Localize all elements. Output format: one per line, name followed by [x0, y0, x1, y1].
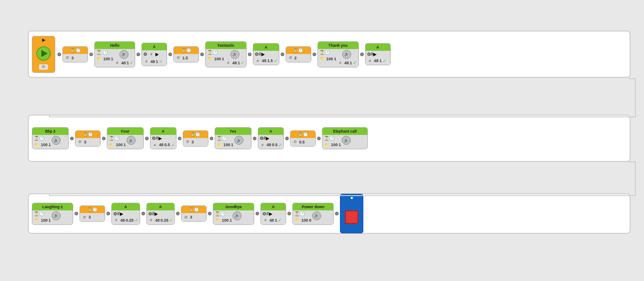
- sb2-folder: 📁: [34, 142, 40, 148]
- ma3-v1: 48: [374, 58, 379, 63]
- motor-a1-hash: #: [148, 51, 154, 58]
- spd-hg: ⏳🕐: [294, 211, 305, 216]
- sfour-speaker: 🔊: [127, 136, 136, 145]
- sound-laughing2-label: Laughing 2: [32, 203, 73, 210]
- ma3-hash: #: [367, 58, 373, 64]
- sf-folder: 📁: [207, 56, 213, 62]
- motor-block-a1[interactable]: A ⚙ # ▶ # 48 1 ✓: [141, 43, 167, 66]
- connector-r3-8: [335, 212, 339, 215]
- sl2-vol: 100: [41, 218, 48, 223]
- motor-block-a2[interactable]: A ⚙#▶ #481.5✓: [253, 43, 279, 65]
- sound-block-powerdown[interactable]: Power down ⏳🕐 📁1000 🔊: [292, 203, 334, 225]
- wait-block-7[interactable]: ⏳🕐 ⏱3: [79, 205, 105, 222]
- play-button[interactable]: [36, 46, 51, 61]
- wait-block-1[interactable]: ⏳ 🕐 ⏱ 3: [62, 46, 88, 62]
- ma2-v1: 48: [262, 58, 266, 63]
- motor-block-a3[interactable]: A ⚙#▶ #481✓: [365, 43, 391, 65]
- spd-rep: 0: [309, 218, 311, 223]
- wait-8-value: 3: [190, 215, 192, 219]
- stop-label: ■: [340, 194, 363, 201]
- connector-r3-6: [256, 212, 259, 215]
- syes-speaker: 🔊: [234, 136, 243, 145]
- wait-1-clock: 🕐: [76, 48, 81, 53]
- mr3a3-v2: 1: [275, 218, 277, 223]
- wait-2-timer: ⏱: [175, 55, 181, 61]
- row-1: ▶ ⏱ ⏳ 🕐 ⏱: [28, 31, 631, 78]
- wait-6-value: 0.5: [299, 140, 305, 144]
- wait-4-value: 3: [84, 140, 86, 144]
- sound-block-laughing2[interactable]: Laughing 2 ⏳🕐 📁1001 🔊: [32, 203, 73, 225]
- motor-a1-num: #: [143, 58, 150, 65]
- sound-block-yes[interactable]: Yes ⏳🕐 📁1001 🔊: [215, 127, 251, 149]
- seleph-vol: 100: [331, 143, 338, 147]
- sf-speaker: 🔊: [230, 50, 239, 59]
- wait-1-value: 3: [71, 56, 74, 60]
- connector-4: [168, 53, 172, 56]
- mr2a2-ic: ⚙#▶: [260, 136, 270, 141]
- mr3a3-v1: 48: [269, 218, 274, 223]
- sl2-hg: ⏳🕐: [34, 211, 44, 216]
- mr3a1-v2: 0.25: [126, 218, 134, 223]
- motor-block-r2-a2[interactable]: A ⚙#▶ #480.5✓: [258, 127, 284, 149]
- connector-1: [57, 53, 61, 56]
- sound-fantastic-label: Fantastic: [206, 42, 246, 49]
- sound-block-elephant[interactable]: Elephant call ⏳🕐 📁1001 🔊: [322, 127, 368, 149]
- spd-folder: 📁: [294, 217, 300, 223]
- wait-5-value: 3: [192, 140, 194, 144]
- wait-2-value: 1.5: [182, 56, 188, 60]
- sound-hello-label: Hello: [95, 42, 135, 49]
- sound-block-hello[interactable]: Hello ⏳ 🕐 📁 100 1 🔊: [94, 41, 135, 67]
- ma2-v2: 1.5: [267, 58, 273, 63]
- row-3-inner: Laughing 2 ⏳🕐 📁1001 🔊 ⏳🕐 ⏱3: [31, 196, 364, 231]
- motor-block-r3-a2[interactable]: A ⚙#▶ #480.25✓: [146, 203, 175, 225]
- syes-vol: 100: [224, 143, 230, 147]
- sfour-vol: 100: [116, 143, 123, 147]
- motor-a3-label: A: [366, 44, 390, 51]
- sound-hello-vol: 100: [103, 57, 110, 61]
- sound-block-fantastic[interactable]: Fantastic ⏳🕐 📁 100 1 🔊 #481✓: [205, 41, 247, 67]
- connector-r2-6: [253, 137, 256, 140]
- sound-block-four[interactable]: Four ⏳🕐 📁1001 🔊: [107, 127, 144, 149]
- sgb-hg: ⏳🕐: [215, 211, 225, 216]
- motor-block-r2-a1[interactable]: A ⚙#▶ #480.5✓: [150, 127, 176, 149]
- motor-a1-icon: ⚙: [143, 52, 147, 57]
- wait-block-5[interactable]: ⏳🕐 ⏱3: [183, 130, 208, 147]
- start-block[interactable]: ▶ ⏱: [32, 36, 55, 73]
- sb2-hg: ⏳🕐: [34, 136, 44, 141]
- motor-block-r3-a3[interactable]: A ⚙#▶ #481✓: [260, 203, 286, 225]
- wait-block-3[interactable]: ⏳🕐 ⏱2: [286, 46, 311, 62]
- sl2-speaker: 🔊: [52, 211, 61, 220]
- sound-block-goodbye[interactable]: Goodbye ⏳🕐 📁1001 🔊: [213, 203, 254, 225]
- wait-1-timer-icon: ⏱: [64, 55, 71, 61]
- sound-hello-hourglass: ⏳: [96, 50, 101, 55]
- sfour-rep: 1: [124, 143, 126, 147]
- connector-r3-2: [106, 212, 110, 215]
- sf-hg: ⏳🕐: [207, 50, 218, 55]
- sound-block-thankyou[interactable]: Thank you ⏳🕐 📁1001 🔊 #481✓: [318, 41, 359, 67]
- sty-speaker: 🔊: [342, 50, 351, 59]
- sty-hash: #: [337, 60, 344, 66]
- wait-block-2[interactable]: ⏳🕐 ⏱ 1.5: [173, 46, 199, 62]
- mr2a1-ic: ⚙#▶: [152, 136, 162, 141]
- row-2: Blip 2 ⏳🕐 📁1001 🔊 ⏳🕐 ⏱3: [28, 115, 631, 162]
- sb2-speaker: 🔊: [52, 136, 61, 145]
- sound-hello-clock: 🕐: [102, 50, 108, 55]
- motor-r2a1-label: A: [150, 128, 176, 135]
- folder-icon-1: 📁: [96, 56, 102, 62]
- motor-a1-val1: 48: [150, 59, 155, 64]
- stop-block[interactable]: ■: [340, 194, 363, 233]
- motor-block-r3-a1[interactable]: A ⚙#▶ #480.25✓: [111, 203, 140, 225]
- mr3a1-v1: 48: [120, 218, 125, 223]
- connector-2: [89, 53, 93, 56]
- sound-goodbye-label: Goodbye: [213, 203, 254, 210]
- wait-block-8[interactable]: ⏳🕐 ⏱3: [181, 205, 207, 222]
- sound-elephant-label: Elephant call: [322, 128, 367, 135]
- seleph-folder: 📁: [324, 142, 330, 148]
- connector-r2-5: [210, 137, 213, 140]
- connector-r2-2: [102, 137, 106, 140]
- wait-block-4[interactable]: ⏳🕐 ⏱3: [75, 130, 101, 147]
- mr2a2-v1: 48: [267, 143, 271, 147]
- wait-1-top-icon: ⏳: [70, 48, 75, 53]
- wait-block-6[interactable]: ⏳🕐 ⏱0.5: [290, 130, 316, 147]
- sound-block-blip2[interactable]: Blip 2 ⏳🕐 📁1001 🔊: [32, 127, 69, 149]
